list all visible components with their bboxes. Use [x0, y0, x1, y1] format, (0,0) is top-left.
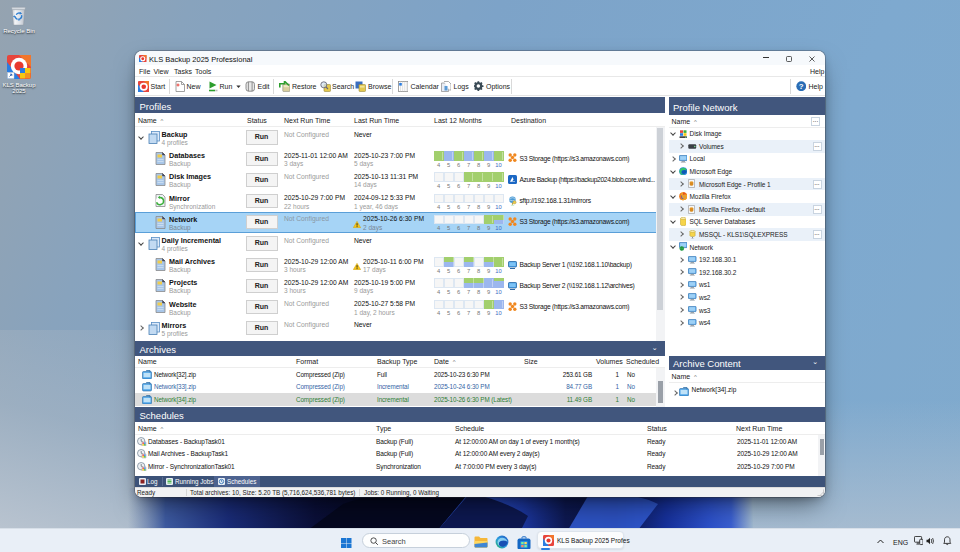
svg-text:?: ? [798, 81, 803, 90]
